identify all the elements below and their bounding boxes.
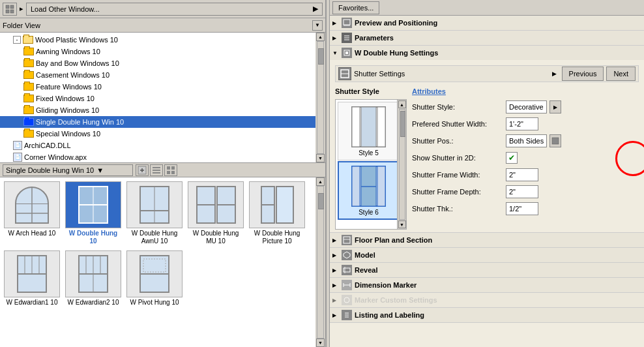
attr-value-frame-width[interactable]: 2" — [506, 168, 538, 181]
thumb-item-arch-head[interactable]: W Arch Head 10 — [3, 180, 61, 247]
thumb-vscroll[interactable]: ▲ ▼ — [315, 177, 325, 347]
attr-label-frame-width: Shutter Frame Width: — [412, 171, 503, 179]
tree-item-single-double[interactable]: Single Double Hung Win 10 — [0, 116, 325, 128]
style-vscroll[interactable]: ▲ ▼ — [397, 100, 406, 229]
tree-label: Casement Windows 10 — [36, 71, 110, 79]
attr-row-2d: Show Shutter in 2D: ✔ — [412, 150, 639, 166]
style-item-6[interactable]: Style 6 — [338, 161, 400, 220]
vscroll-down-btn[interactable]: ▼ — [316, 154, 325, 162]
acc-parameters-section: ▶ Parameters — [330, 31, 644, 46]
tree-view: - Wood Plastic Windows 10 Awning Windows… — [0, 33, 325, 163]
thumb-item-pivot[interactable]: W Pivot Hung 10 — [125, 249, 184, 308]
thumb-vscroll-up[interactable]: ▲ — [316, 177, 325, 186]
acc-dimension-section: ▶ Dimension Marker — [330, 278, 644, 293]
acc-dimension-header[interactable]: ▶ Dimension Marker — [330, 278, 644, 292]
chevron-right-icon: ▶ — [332, 312, 339, 318]
shutter-style-dropdown[interactable]: ▶ — [549, 100, 561, 113]
tree-item-feature[interactable]: Feature Windows 10 — [0, 81, 325, 93]
file-tool-grid[interactable] — [164, 164, 177, 176]
vscroll-up-btn[interactable]: ▲ — [316, 33, 325, 41]
tree-label: Single Double Hung Win 10 — [36, 118, 124, 126]
load-other-button[interactable]: Load Other Window... ▶ — [26, 3, 323, 16]
thumb-item-double-hung[interactable]: W Double Hung 10 — [64, 180, 123, 247]
file-section-dropdown[interactable]: Single Double Hung Win 10 ▼ — [3, 164, 133, 176]
vscroll-thumb[interactable] — [318, 48, 324, 65]
thumb-item-awnu[interactable]: W Double Hung AwnU 10 — [125, 180, 184, 247]
tree-item-archicad[interactable]: 📄 ArchiCAD.DLL — [0, 140, 325, 151]
attr-value-frame-depth[interactable]: 2" — [506, 185, 538, 198]
attr-label-style: Shutter Style: — [412, 103, 503, 111]
tree-item-gliding[interactable]: Gliding Windows 10 — [0, 104, 325, 116]
acc-parameters-header[interactable]: ▶ Parameters — [330, 31, 644, 45]
shutter-pos-dropdown[interactable] — [549, 134, 561, 147]
style-scroll-up[interactable]: ▲ — [398, 100, 406, 108]
folder-icon — [23, 106, 34, 114]
thumb-vscroll-down[interactable]: ▼ — [316, 339, 325, 347]
chevron-right-icon: ▶ — [332, 35, 339, 41]
file-tool-add[interactable] — [136, 164, 149, 176]
folder-view-dropdown[interactable]: ▼ — [312, 20, 323, 31]
svg-rect-0 — [6, 5, 9, 8]
folder-icon — [23, 83, 34, 91]
tree-item-awning[interactable]: Awning Windows 10 — [0, 46, 325, 57]
thumb-img-pivot — [126, 250, 183, 297]
acc-marker-custom-section: ▶ Marker Custom Settings — [330, 293, 644, 308]
tree-item-special[interactable]: Special Windows 10 — [0, 128, 325, 140]
svg-rect-12 — [167, 171, 170, 174]
tree-item-fixed[interactable]: Fixed Windows 10 — [0, 93, 325, 104]
style-scroll-thumb[interactable] — [400, 111, 405, 137]
tree-item-bay-bow[interactable]: Bay and Bow Windows 10 — [0, 57, 325, 69]
next-button[interactable]: Next — [606, 67, 636, 81]
attr-value-thk[interactable]: 1/2" — [506, 202, 538, 215]
svg-rect-2 — [6, 10, 9, 13]
acc-preview-header[interactable]: ▶ Preview and Positioning — [330, 16, 644, 30]
toolbar-icon-btn[interactable] — [3, 3, 17, 16]
acc-listing-section: ▶ Listing and Labeling — [330, 308, 644, 323]
acc-reveal-header[interactable]: ▶ Reveal — [330, 263, 644, 277]
tree-label: Wood Plastic Windows 10 — [35, 36, 118, 44]
acc-model-section: ▶ Model — [330, 248, 644, 263]
svg-rect-9 — [153, 172, 160, 174]
acc-marker-custom-header: ▶ Marker Custom Settings — [330, 293, 644, 307]
listing-icon — [342, 310, 352, 320]
previous-button[interactable]: Previous — [562, 67, 604, 81]
svg-rect-11 — [171, 166, 175, 170]
attr-row-width: Prefered Shutter Width: 1'-2" — [412, 116, 639, 132]
acc-floor-plan-header[interactable]: ▶ Floor Plan and Section — [330, 233, 644, 247]
thumb-img-picture — [249, 181, 305, 228]
favorites-button[interactable]: Favorites... — [332, 1, 379, 14]
style-item-5[interactable]: Style 5 — [338, 102, 400, 160]
tree-item-corner[interactable]: 📄 Corner Window.apx — [0, 151, 325, 163]
tree-label: Corner Window.apx — [24, 153, 87, 161]
attr-value-width[interactable]: 1'-2" — [506, 117, 538, 130]
thumb-item-edwardian2[interactable]: W Edwardian2 10 — [64, 249, 123, 308]
svg-rect-8 — [153, 170, 160, 171]
acc-listing-header[interactable]: ▶ Listing and Labeling — [330, 308, 644, 322]
acc-model-header[interactable]: ▶ Model — [330, 248, 644, 262]
thumb-label: W Double Hung AwnU 10 — [126, 230, 183, 245]
toolbar-separator: ▸ — [20, 5, 23, 13]
thumb-vscroll-thumb[interactable] — [318, 193, 324, 209]
thumb-item-edwardian1[interactable]: W Edwardian1 10 — [3, 249, 61, 308]
tree-item-wood-plastic[interactable]: - Wood Plastic Windows 10 — [0, 34, 325, 46]
shutter-settings-label: Shutter Settings — [354, 70, 549, 78]
svg-rect-13 — [171, 171, 175, 174]
file-tool-list[interactable] — [150, 164, 163, 176]
tree-expand-wood[interactable]: - — [13, 36, 21, 44]
shutter-menu-arrow: ▶ — [552, 70, 557, 77]
attr-row-style: Shutter Style: Decorative ▶ — [412, 99, 639, 115]
svg-rect-61 — [552, 138, 559, 144]
show-shutter-checkbox[interactable]: ✔ — [506, 152, 518, 164]
thumb-item-mu[interactable]: W Double Hung MU 10 — [186, 180, 245, 247]
thumb-item-picture[interactable]: W Double Hung Picture 10 — [248, 180, 306, 247]
folder-icon-selected — [23, 118, 34, 126]
acc-settings-header[interactable]: ▼ W Double Hung Settings — [330, 46, 644, 60]
tree-vscroll[interactable]: ▲ ▼ — [315, 33, 325, 162]
folder-icon — [23, 59, 34, 67]
svg-rect-57 — [352, 166, 360, 206]
shutter-content: Shutter Style Style 5 — [330, 85, 644, 232]
style-scroll-down[interactable]: ▼ — [398, 220, 406, 228]
thumb-label: W Double Hung MU 10 — [188, 230, 244, 245]
tree-item-casement[interactable]: Casement Windows 10 — [0, 69, 325, 81]
svg-point-70 — [344, 297, 349, 303]
